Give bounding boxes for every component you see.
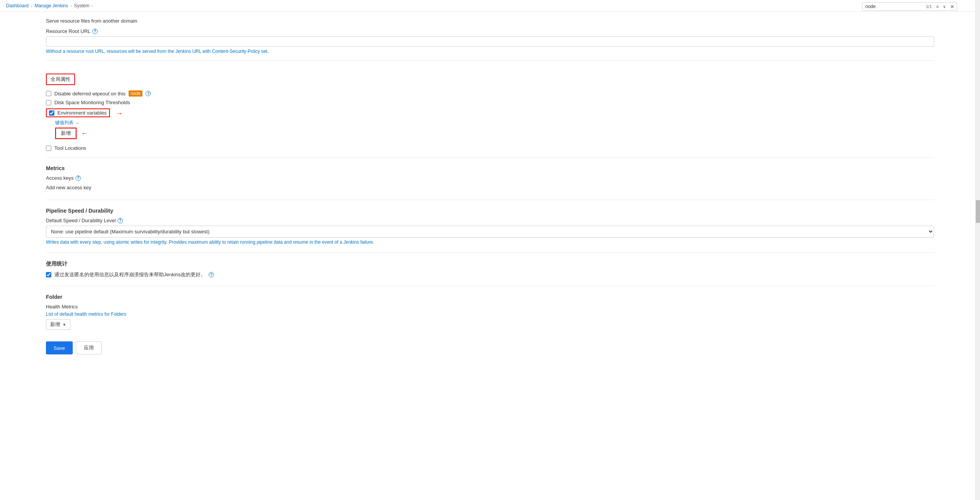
divider-3 <box>46 200 934 200</box>
breadcrumb-sep-3: › <box>91 3 93 8</box>
resource-root-url-input[interactable] <box>46 36 934 47</box>
bottom-buttons: Save 应用 <box>46 341 934 354</box>
search-prev-button[interactable]: ∧ <box>934 4 941 10</box>
divider-2 <box>46 157 934 157</box>
pipeline-section: Pipeline Speed / Durability Default Spee… <box>46 208 934 245</box>
divider-4 <box>46 252 934 253</box>
env-key-value-row: 键值列表 → <box>55 120 934 126</box>
apply-button[interactable]: 应用 <box>76 341 102 354</box>
metrics-section-header: Metrics <box>46 165 934 171</box>
speed-durability-help-icon[interactable]: ? <box>118 218 123 223</box>
add-env-button[interactable]: 新增 <box>56 128 76 138</box>
global-props-label: 全局属性 <box>51 76 70 82</box>
folder-section-header: Folder <box>46 294 934 300</box>
env-vars-checkbox[interactable] <box>49 110 54 116</box>
disable-deferred-help-icon[interactable]: ? <box>145 91 151 96</box>
node-badge: node <box>129 90 143 97</box>
speed-durability-select[interactable]: None: use pipeline default (Maximum surv… <box>46 226 934 238</box>
disk-space-checkbox[interactable] <box>46 100 51 105</box>
pipeline-section-header: Pipeline Speed / Durability <box>46 208 934 214</box>
disk-space-row: Disk Space Monitoring Thresholds <box>46 100 934 105</box>
disable-deferred-label: Disable deferred wipeout on this <box>54 91 126 97</box>
tool-locations-row: Tool Locations <box>46 145 934 151</box>
resource-root-info: Without a resource root URL, resources w… <box>46 49 934 54</box>
link-arrow-icon: → <box>75 121 79 125</box>
env-vars-label: Environment variables <box>57 110 107 116</box>
breadcrumb-sep-2: › <box>70 3 72 8</box>
folder-section: Folder Health Metrics List of default he… <box>46 294 934 330</box>
access-keys-help-icon[interactable]: ? <box>75 175 81 181</box>
health-metrics-list-link[interactable]: List of default health metrics for Folde… <box>46 311 126 317</box>
resource-root-help-icon[interactable]: ? <box>92 29 98 34</box>
key-value-list-link[interactable]: 键值列表 <box>55 120 74 126</box>
save-button[interactable]: Save <box>46 341 73 354</box>
search-count: 1/1 <box>924 4 934 9</box>
usage-checkbox[interactable] <box>46 272 51 277</box>
disable-deferred-row: Disable deferred wipeout on this node ? <box>46 90 934 97</box>
divider-5 <box>46 286 934 286</box>
folder-new-label: 新增 <box>50 321 60 328</box>
tool-locations-checkbox[interactable] <box>46 146 51 151</box>
breadcrumb-system: System <box>74 3 89 8</box>
add-access-key-button[interactable]: Add new access key <box>46 183 91 192</box>
main-content: Serve resource files from another domain… <box>0 12 980 377</box>
folder-new-dropdown-button[interactable]: 新增 ▼ <box>46 319 70 330</box>
usage-checkbox-row: 通过发送匿名的使用信息以及程序崩溃报告来帮助Jenkins改的更好。 ? <box>46 271 934 278</box>
usage-help-icon[interactable]: ? <box>209 272 214 277</box>
env-vars-row: Environment variables → <box>46 108 934 119</box>
divider-1 <box>46 60 934 61</box>
serve-resource-label: Serve resource files from another domain <box>46 18 934 24</box>
breadcrumb-sep-1: › <box>31 3 33 8</box>
breadcrumb-manage-jenkins[interactable]: Manage Jenkins <box>34 3 68 8</box>
arrow-right-icon: → <box>116 110 123 118</box>
arrow-left-icon: ← <box>81 130 88 137</box>
breadcrumb: Dashboard › Manage Jenkins › System › <box>0 0 980 12</box>
resource-root-url-label: Resource Root URL ? <box>46 28 934 34</box>
search-close-button[interactable]: ✕ <box>948 3 957 10</box>
search-next-button[interactable]: ∨ <box>941 4 948 10</box>
add-btn-outline: 新增 <box>55 128 77 139</box>
usage-checkbox-label: 通过发送匿名的使用信息以及程序崩溃报告来帮助Jenkins改的更好。 <box>54 271 206 278</box>
scrollbar[interactable] <box>975 0 980 500</box>
global-props-box: 全局属性 <box>46 74 75 85</box>
metrics-section: Metrics Access keys ? Add new access key <box>46 165 934 192</box>
search-bar[interactable]: node 1/1 ∧ ∨ ✕ <box>862 2 957 11</box>
pipeline-info: Writes data with every step, using atomi… <box>46 239 934 245</box>
health-metrics-label: Health Metrics <box>46 304 934 310</box>
disable-deferred-checkbox[interactable] <box>46 91 51 96</box>
disk-space-label: Disk Space Monitoring Thresholds <box>54 100 130 105</box>
access-keys-label: Access keys ? <box>46 175 934 181</box>
speed-durability-label: Default Speed / Durability Level ? <box>46 218 934 223</box>
usage-section: 使用统计 通过发送匿名的使用信息以及程序崩溃报告来帮助Jenkins改的更好。 … <box>46 261 934 278</box>
usage-section-header: 使用统计 <box>46 261 934 267</box>
tool-locations-label: Tool Locations <box>54 145 86 151</box>
breadcrumb-dashboard[interactable]: Dashboard <box>6 3 29 8</box>
scrollbar-thumb[interactable] <box>976 200 980 223</box>
dropdown-caret-icon: ▼ <box>62 323 66 327</box>
env-vars-box: Environment variables <box>46 108 110 117</box>
search-input[interactable]: node <box>862 3 924 10</box>
